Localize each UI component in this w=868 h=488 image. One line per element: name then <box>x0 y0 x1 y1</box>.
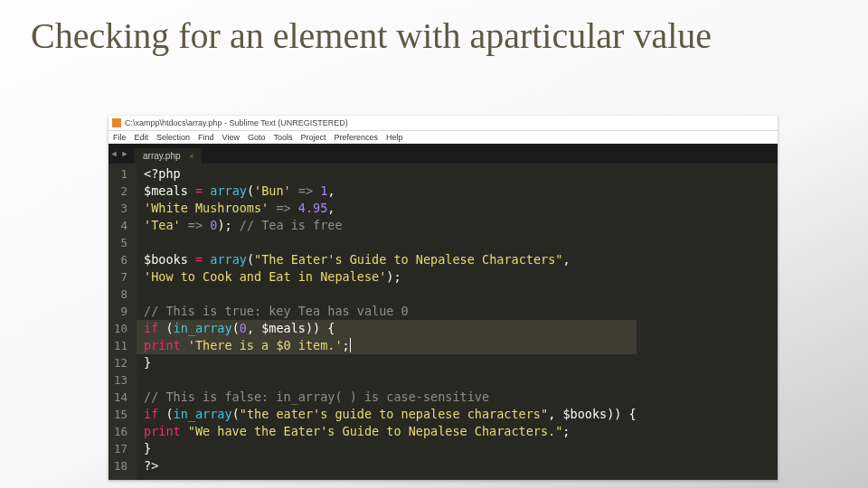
line-number: 13 <box>114 371 127 389</box>
menu-item-selection[interactable]: Selection <box>156 133 190 142</box>
code-line: if (in_array("the eater's guide to nepal… <box>144 406 637 423</box>
line-number: 10 <box>114 320 127 337</box>
menu-item-find[interactable]: Find <box>198 133 214 142</box>
line-number: 11 <box>114 337 127 354</box>
menu-item-preferences[interactable]: Preferences <box>334 133 378 142</box>
menu-item-edit[interactable]: Edit <box>135 133 149 142</box>
line-number: 16 <box>114 423 127 440</box>
line-number: 8 <box>114 286 127 303</box>
code-line: $meals = array('Bun' => 1, <box>144 183 637 200</box>
code-line: $books = array("The Eater's Guide to Nep… <box>144 251 637 268</box>
tab-bar: ◄ ► array.php × <box>108 144 778 164</box>
line-number: 15 <box>114 406 127 423</box>
slide-title: Checking for an element with aparticular… <box>0 0 868 62</box>
code-line: 'How to Cook and Eat in Nepalese'); <box>144 268 637 286</box>
app-icon <box>112 118 121 127</box>
window-titlebar: C:\xampp\htdocs\array.php - Sublime Text… <box>108 116 778 131</box>
line-number: 6 <box>114 251 127 268</box>
code-content[interactable]: <?php$meals = array('Bun' => 1,'White Mu… <box>137 164 642 480</box>
close-icon[interactable]: × <box>190 152 194 161</box>
menu-item-help[interactable]: Help <box>386 133 403 142</box>
menu-bar[interactable]: FileEditSelectionFindViewGotoToolsProjec… <box>108 131 778 144</box>
line-number: 18 <box>114 457 127 474</box>
slide: Checking for an element with aparticular… <box>0 0 868 488</box>
editor-window: C:\xampp\htdocs\array.php - Sublime Text… <box>108 116 778 480</box>
line-number: 3 <box>114 200 127 217</box>
line-number: 7 <box>114 268 127 286</box>
menu-item-project[interactable]: Project <box>300 133 326 142</box>
tab-label: array.php <box>143 151 181 161</box>
line-number: 17 <box>114 440 127 457</box>
menu-item-tools[interactable]: Tools <box>273 133 292 142</box>
window-title-text: C:\xampp\htdocs\array.php - Sublime Text… <box>125 118 348 127</box>
code-line: print 'There is a $0 item.';​ <box>144 337 637 354</box>
code-area: 123456789101112131415161718 <?php$meals … <box>108 164 778 480</box>
file-tab[interactable]: array.php × <box>134 148 202 164</box>
code-line <box>144 286 637 303</box>
line-number: 1 <box>114 165 127 183</box>
line-number-gutter: 123456789101112131415161718 <box>108 164 137 480</box>
code-line <box>144 371 637 389</box>
code-line: } <box>144 354 637 371</box>
menu-item-goto[interactable]: Goto <box>248 133 266 142</box>
line-number: 9 <box>114 303 127 320</box>
nav-back-icon[interactable]: ◄ <box>108 149 119 158</box>
line-number: 4 <box>114 217 127 234</box>
menu-item-view[interactable]: View <box>222 133 240 142</box>
code-line: <?php <box>144 165 637 183</box>
nav-forward-icon[interactable]: ► <box>119 149 130 158</box>
code-line: ?> <box>144 457 637 474</box>
code-line: 'White Mushrooms' => 4.95, <box>144 200 637 217</box>
code-line: } <box>144 440 637 457</box>
menu-item-file[interactable]: File <box>113 133 127 142</box>
code-line: print "We have the Eater's Guide to Nepa… <box>144 423 637 440</box>
line-number: 12 <box>114 354 127 371</box>
code-line: // This is false: in_array( ) is case-se… <box>144 389 637 406</box>
code-line: if (in_array(0, $meals)) { <box>144 320 637 337</box>
line-number: 2 <box>114 183 127 200</box>
code-line <box>144 234 637 251</box>
line-number: 5 <box>114 234 127 251</box>
line-number: 14 <box>114 389 127 406</box>
code-line: // This is true: key Tea has value 0 <box>144 303 637 320</box>
code-line: 'Tea' => 0); // Tea is free <box>144 217 637 234</box>
